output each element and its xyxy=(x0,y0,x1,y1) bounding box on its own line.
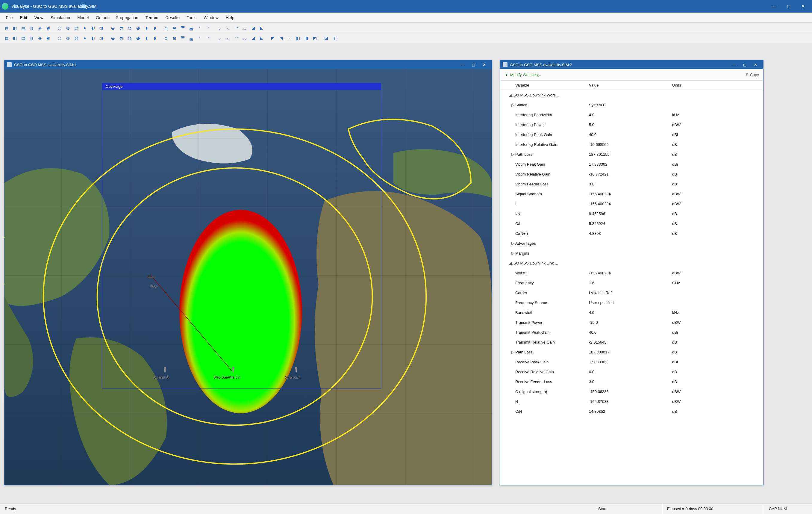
watch-row[interactable]: ▷Path Loss187.880017dB xyxy=(500,347,763,357)
watch-row[interactable]: Victim Peak Gain17.833302dBi xyxy=(500,159,763,169)
watch-row[interactable]: Interfering Relative Gain-10.668009dB xyxy=(500,140,763,149)
watch-row[interactable]: ◢GSO MSS Downlink.Link ... xyxy=(500,258,763,268)
watch-window-minimize-button[interactable]: — xyxy=(728,60,739,69)
toolbar1-button-5[interactable]: ◉ xyxy=(44,24,52,32)
tree-toggle-icon[interactable]: ▷ xyxy=(505,251,515,256)
toolbar1-button-8[interactable]: ◎ xyxy=(72,24,80,32)
watch-row[interactable]: N-164.87088dBW xyxy=(500,397,763,406)
header-units[interactable]: Units xyxy=(672,83,720,87)
watch-row[interactable]: Transmit Relative Gain-2.015645dB xyxy=(500,337,763,347)
map-window-close-button[interactable]: ✕ xyxy=(479,60,490,69)
watch-row[interactable]: Receive Peak Gain17.833302dBi xyxy=(500,357,763,367)
watch-row[interactable]: Signal Strength-155.408284dBW xyxy=(500,189,763,199)
watch-row[interactable]: Frequency SourceUser specified xyxy=(500,298,763,308)
toolbar2-button-5[interactable]: ◉ xyxy=(44,34,52,42)
toolbar1-button-3[interactable]: ▥ xyxy=(28,24,35,32)
toolbar1-button-14[interactable]: ◔ xyxy=(126,24,134,32)
map-window-minimize-button[interactable]: — xyxy=(457,60,468,69)
toolbar1-button-6[interactable]: ◌ xyxy=(56,24,63,32)
menu-results[interactable]: Results xyxy=(162,13,183,22)
map-window-maximize-button[interactable]: ◻ xyxy=(468,60,479,69)
toolbar2-button-25[interactable]: ◟ xyxy=(224,34,232,42)
watch-row[interactable]: C/I5.345924dB xyxy=(500,219,763,229)
watch-window-maximize-button[interactable]: ◻ xyxy=(739,60,750,69)
toolbar1-button-11[interactable]: ◑ xyxy=(97,24,106,32)
toolbar1-button-21[interactable]: ◛ xyxy=(187,24,195,32)
watch-row[interactable]: Transmit Peak Gain40.0dBi xyxy=(500,327,763,337)
toolbar2-button-22[interactable]: ◜ xyxy=(196,34,204,42)
watch-row[interactable]: ▷Path Loss187.801155dB xyxy=(500,149,763,159)
watch-row[interactable]: CarrierLV 4 kHz Ref xyxy=(500,288,763,298)
toolbar2-button-14[interactable]: ◔ xyxy=(126,34,134,42)
watch-row[interactable]: Victim Feeder Loss3.0dB xyxy=(500,179,763,189)
toolbar2-button-15[interactable]: ◕ xyxy=(134,34,142,42)
toolbar2-button-20[interactable]: ◚ xyxy=(179,34,187,42)
menu-view[interactable]: View xyxy=(31,13,47,22)
toolbar2-button-10[interactable]: ◐ xyxy=(89,34,97,42)
toolbar2-button-27[interactable]: ◡ xyxy=(241,34,249,42)
toolbar1-button-0[interactable]: ▦ xyxy=(2,24,10,32)
toolbar2-button-4[interactable]: ◈ xyxy=(36,34,44,42)
toolbar1-button-4[interactable]: ◈ xyxy=(36,24,44,32)
header-variable[interactable]: Variable xyxy=(515,83,589,87)
minimize-button[interactable]: — xyxy=(767,0,781,12)
toolbar1-button-29[interactable]: ◣ xyxy=(258,24,265,32)
toolbar1-button-23[interactable]: ◝ xyxy=(204,24,212,32)
toolbar1-button-26[interactable]: ◠ xyxy=(232,24,240,32)
maximize-button[interactable]: ◻ xyxy=(781,0,796,12)
toolbar2-button-9[interactable]: ● xyxy=(81,34,89,42)
watch-row[interactable]: ◢GSO MSS Downlink.Wors... xyxy=(500,90,763,100)
toolbar1-button-27[interactable]: ◡ xyxy=(241,24,249,32)
header-value[interactable]: Value xyxy=(589,83,672,87)
menu-terrain[interactable]: Terrain xyxy=(142,13,162,22)
toolbar2-button-23[interactable]: ◝ xyxy=(204,34,212,42)
menu-tools[interactable]: Tools xyxy=(183,13,200,22)
watch-row[interactable]: ▷Margins xyxy=(500,248,763,258)
tree-toggle-icon[interactable]: ▷ xyxy=(505,152,515,156)
satellite-system-a-icon[interactable] xyxy=(294,366,298,373)
toolbar2-button-6[interactable]: ◌ xyxy=(56,34,63,42)
toolbar2-button-36[interactable]: ◪ xyxy=(322,34,330,42)
watch-row[interactable]: C (signal strength)-150.06236dBW xyxy=(500,387,763,397)
menu-window[interactable]: Window xyxy=(200,13,222,22)
toolbar1-button-2[interactable]: ▤ xyxy=(19,24,27,32)
watch-row[interactable]: C/N14.80852dB xyxy=(500,406,763,416)
map-window-titlebar[interactable]: GSO to GSO MSS availability.SIM:1 — ◻ ✕ xyxy=(4,60,492,69)
toolbar1-button-28[interactable]: ◢ xyxy=(249,24,257,32)
menu-edit[interactable]: Edit xyxy=(17,13,31,22)
toolbar2-button-13[interactable]: ◓ xyxy=(117,34,125,42)
toolbar1-button-17[interactable]: ◗ xyxy=(151,24,159,32)
toolbar2-button-7[interactable]: ◍ xyxy=(64,34,72,42)
watch-row[interactable]: Interfering Bandwidth4.0kHz xyxy=(500,110,763,120)
watch-row[interactable]: Interfering Peak Gain40.0dBi xyxy=(500,130,763,140)
ship-icon[interactable] xyxy=(147,273,155,278)
watch-row[interactable]: I-155.408284dBW xyxy=(500,199,763,209)
watch-row[interactable]: Worst I-155.408284dBW xyxy=(500,268,763,278)
toolbar2-button-3[interactable]: ▥ xyxy=(28,34,35,42)
watch-window-close-button[interactable]: ✕ xyxy=(750,60,761,69)
menu-propagation[interactable]: Propagation xyxy=(112,13,142,22)
toolbar1-button-25[interactable]: ◟ xyxy=(224,24,232,32)
toolbar2-button-24[interactable]: ◞ xyxy=(215,34,223,42)
toolbar2-button-32[interactable]: ◦ xyxy=(286,34,293,42)
watch-row[interactable]: C/(N+I)4.8803dB xyxy=(500,229,763,238)
menu-model[interactable]: Model xyxy=(74,13,92,22)
toolbar2-button-17[interactable]: ◗ xyxy=(151,34,159,42)
menu-simulation[interactable]: Simulation xyxy=(47,13,74,22)
watch-row[interactable]: Bandwidth4.0kHz xyxy=(500,308,763,317)
watch-row[interactable]: Transmit Power-15.0dBW xyxy=(500,317,763,327)
close-button[interactable]: ✕ xyxy=(796,0,810,12)
toolbar2-button-1[interactable]: ◧ xyxy=(11,34,19,42)
watch-row[interactable]: Frequency1.6GHz xyxy=(500,278,763,288)
satellite-ship-co-icon[interactable] xyxy=(231,366,236,373)
watch-body[interactable]: ◢GSO MSS Downlink.Wors...▷StationSystem … xyxy=(500,90,763,485)
toolbar2-button-31[interactable]: ◥ xyxy=(277,34,285,42)
toolbar2-button-2[interactable]: ▤ xyxy=(19,34,27,42)
toolbar2-button-37[interactable]: ◫ xyxy=(330,34,338,42)
watch-window-titlebar[interactable]: GSO to GSO MSS availability.SIM:2 — ◻ ✕ xyxy=(500,60,763,69)
toolbar2-button-33[interactable]: ◧ xyxy=(294,34,302,42)
watch-row[interactable]: Receive Feeder Loss3.0dB xyxy=(500,377,763,387)
toolbar1-button-7[interactable]: ◍ xyxy=(64,24,72,32)
watch-row[interactable]: Interfering Power5.0dBW xyxy=(500,120,763,130)
tree-toggle-icon[interactable]: ▷ xyxy=(505,241,515,246)
